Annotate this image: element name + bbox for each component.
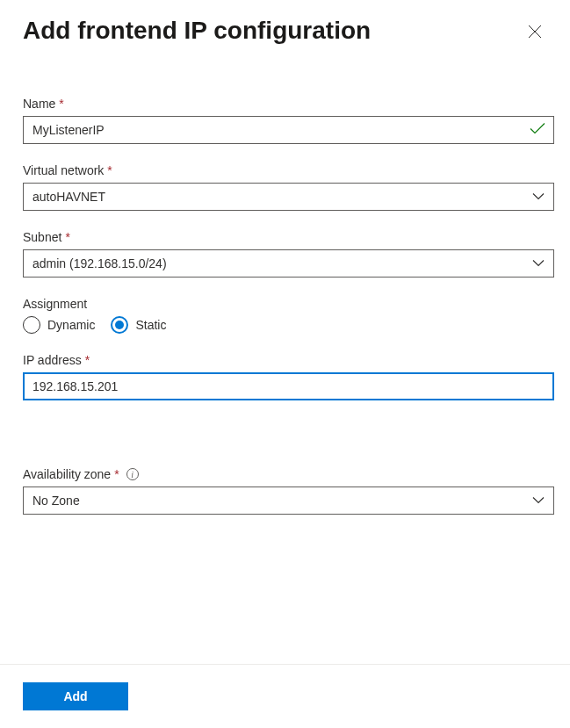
required-asterisk: * <box>85 353 90 367</box>
radio-static[interactable]: Static <box>111 316 166 334</box>
field-virtual-network: Virtual network* autoHAVNET <box>23 163 554 211</box>
footer: Add <box>0 664 570 728</box>
form-scroll-region[interactable]: Name* Virtual network* autoHAVNET Subnet… <box>0 70 570 645</box>
radio-dynamic-label: Dynamic <box>47 318 95 332</box>
availability-zone-value: No Zone <box>32 494 80 508</box>
ip-address-input[interactable] <box>23 372 554 400</box>
name-input[interactable] <box>23 116 554 144</box>
panel-title: Add frontend IP configuration <box>23 16 371 46</box>
ip-address-label: IP address* <box>23 353 554 367</box>
field-availability-zone: Availability zone* i No Zone <box>23 467 554 515</box>
availability-zone-label: Availability zone* i <box>23 467 554 481</box>
field-ip-address: IP address* <box>23 353 554 400</box>
field-name: Name* <box>23 97 554 144</box>
chevron-down-icon <box>532 260 545 268</box>
availability-zone-select[interactable]: No Zone <box>23 487 554 515</box>
virtual-network-label: Virtual network* <box>23 163 554 177</box>
info-icon[interactable]: i <box>126 468 139 480</box>
radio-static-label: Static <box>135 318 166 332</box>
name-label: Name* <box>23 97 554 111</box>
subnet-value: admin (192.168.15.0/24) <box>32 256 167 270</box>
radio-icon <box>111 316 128 334</box>
close-button[interactable] <box>523 19 547 44</box>
subnet-label: Subnet* <box>23 230 554 244</box>
chevron-down-icon <box>532 497 545 505</box>
checkmark-icon <box>530 123 545 138</box>
radio-icon <box>23 316 40 334</box>
required-asterisk: * <box>59 97 63 111</box>
virtual-network-value: autoHAVNET <box>32 190 105 204</box>
required-asterisk: * <box>114 467 119 481</box>
assignment-radio-group: Dynamic Static <box>23 316 554 334</box>
chevron-down-icon <box>532 193 545 201</box>
required-asterisk: * <box>65 230 69 244</box>
assignment-label: Assignment <box>23 297 554 311</box>
field-subnet: Subnet* admin (192.168.15.0/24) <box>23 230 554 278</box>
required-asterisk: * <box>107 163 112 177</box>
field-assignment: Assignment Dynamic Static <box>23 297 554 334</box>
radio-dynamic[interactable]: Dynamic <box>23 316 95 334</box>
subnet-select[interactable]: admin (192.168.15.0/24) <box>23 249 554 278</box>
virtual-network-select[interactable]: autoHAVNET <box>23 183 554 211</box>
add-button[interactable]: Add <box>23 682 128 710</box>
close-icon <box>528 25 542 39</box>
